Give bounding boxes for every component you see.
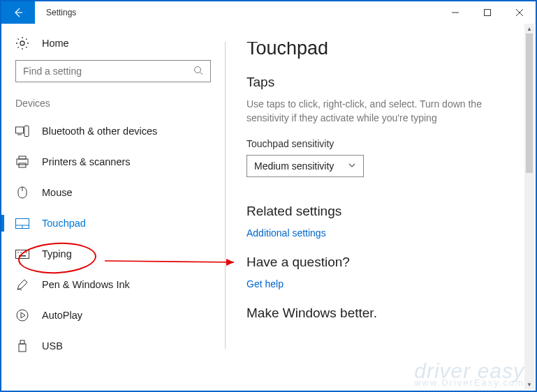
svg-rect-1 <box>485 10 491 16</box>
svg-point-5 <box>195 67 201 73</box>
dropdown-value: Medium sensitivity <box>254 160 334 172</box>
content-area: Home Devices Bluetooth & other devices P… <box>1 24 536 391</box>
svg-point-20 <box>20 252 22 253</box>
sidebar-item-label: AutoPlay <box>42 310 82 321</box>
sidebar-item-touchpad[interactable]: Touchpad <box>1 208 225 239</box>
sidebar-item-label: Printers & scanners <box>42 156 131 167</box>
sidebar-item-label: Bluetooth & other devices <box>42 126 157 137</box>
touchpad-icon <box>15 216 29 230</box>
section-header-devices: Devices <box>1 98 225 116</box>
svg-rect-25 <box>20 340 24 344</box>
keyboard-icon <box>15 247 29 261</box>
search-icon <box>193 66 204 79</box>
sensitivity-dropdown[interactable]: Medium sensitivity <box>247 155 364 177</box>
window-title: Settings <box>46 8 76 17</box>
sidebar-item-label: Mouse <box>42 187 73 198</box>
sidebar-item-label: Pen & Windows Ink <box>42 279 130 290</box>
svg-rect-8 <box>24 126 29 137</box>
page-title: Touchpad <box>247 42 515 59</box>
home-label: Home <box>42 38 69 49</box>
sidebar-item-typing[interactable]: Typing <box>1 239 225 269</box>
gear-icon <box>15 36 29 50</box>
svg-point-19 <box>17 252 19 253</box>
search-input[interactable] <box>15 60 211 82</box>
taps-heading: Taps <box>247 75 515 90</box>
taps-description: Use taps to click, right-click, and sele… <box>247 97 505 126</box>
chevron-down-icon <box>348 160 356 172</box>
svg-rect-18 <box>16 250 29 258</box>
minimize-button[interactable] <box>439 1 471 24</box>
svg-rect-26 <box>19 344 26 352</box>
window-controls <box>439 1 536 24</box>
back-button[interactable] <box>1 1 35 24</box>
svg-rect-12 <box>19 163 26 167</box>
sidebar: Home Devices Bluetooth & other devices P… <box>1 24 225 391</box>
scroll-down-icon[interactable]: ▼ <box>524 379 534 389</box>
home-button[interactable]: Home <box>1 32 225 60</box>
sidebar-item-label: Touchpad <box>42 218 86 229</box>
svg-point-24 <box>17 310 28 321</box>
svg-rect-23 <box>19 255 26 257</box>
sidebar-item-mouse[interactable]: Mouse <box>1 177 225 208</box>
scrollbar[interactable]: ▲ ▼ <box>524 24 534 389</box>
sidebar-item-bluetooth[interactable]: Bluetooth & other devices <box>1 116 225 146</box>
better-heading: Make Windows better. <box>247 306 515 321</box>
main-panel: Touchpad Taps Use taps to click, right-c… <box>225 42 536 349</box>
get-help-link[interactable]: Get help <box>247 278 284 289</box>
titlebar: Settings <box>1 1 536 24</box>
arrow-left-icon <box>13 7 24 18</box>
mouse-icon <box>15 186 29 199</box>
close-button[interactable] <box>503 1 536 24</box>
sidebar-item-label: Typing <box>42 248 72 259</box>
usb-icon <box>15 339 29 353</box>
printer-icon <box>15 155 29 169</box>
pen-icon <box>15 278 29 292</box>
sidebar-item-autoplay[interactable]: AutoPlay <box>1 300 225 331</box>
svg-rect-11 <box>17 159 28 165</box>
scroll-up-icon[interactable]: ▲ <box>524 24 534 33</box>
sidebar-item-label: USB <box>42 340 63 352</box>
search-container <box>15 60 211 82</box>
svg-line-6 <box>200 73 203 75</box>
svg-point-4 <box>20 41 24 45</box>
scrollbar-thumb[interactable] <box>526 33 533 173</box>
additional-settings-link[interactable]: Additional settings <box>247 227 326 239</box>
sidebar-item-pen[interactable]: Pen & Windows Ink <box>1 269 225 300</box>
maximize-button[interactable] <box>471 1 503 24</box>
svg-point-21 <box>23 252 24 253</box>
sidebar-item-usb[interactable]: USB <box>1 331 225 353</box>
svg-rect-7 <box>16 127 24 133</box>
related-heading: Related settings <box>247 204 515 219</box>
question-heading: Have a question? <box>247 255 515 270</box>
sensitivity-label: Touchpad sensitivity <box>247 138 515 149</box>
sidebar-item-printers[interactable]: Printers & scanners <box>1 146 225 177</box>
svg-rect-10 <box>19 156 26 159</box>
autoplay-icon <box>15 308 29 322</box>
svg-point-22 <box>26 252 27 253</box>
devices-icon <box>15 124 29 138</box>
